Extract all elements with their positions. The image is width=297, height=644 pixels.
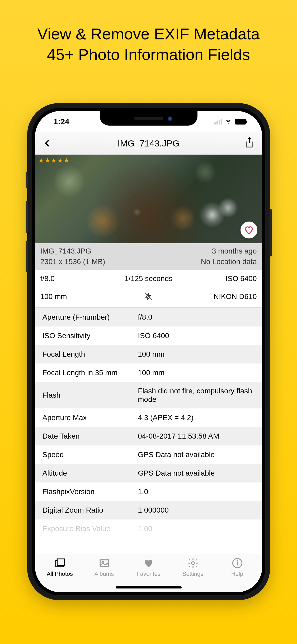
favorite-button[interactable] — [241, 222, 257, 238]
battery-icon — [235, 119, 246, 125]
exif-row: AltitudeGPS Data not available — [35, 464, 262, 482]
power-button — [270, 209, 272, 256]
exif-value: 1.0 — [138, 487, 254, 496]
exif-row: Exposure Bias Value1.00 — [35, 519, 262, 538]
exif-label: ISO Sensitivity — [43, 332, 138, 340]
svg-point-5 — [191, 562, 194, 565]
exif-list[interactable]: Aperture (F-number)f/8.0ISO SensitivityI… — [35, 308, 262, 538]
volume-up — [26, 201, 28, 233]
gear-icon — [187, 557, 199, 569]
tab-label: Albums — [95, 571, 114, 577]
tab-label: All Photos — [47, 571, 73, 577]
tab-info[interactable]: Help — [221, 557, 253, 592]
tab-label: Help — [231, 571, 243, 577]
exif-row: FlashpixVersion1.0 — [35, 482, 262, 501]
svg-rect-2 — [57, 559, 64, 565]
exif-row: ISO SensitivityISO 6400 — [35, 326, 262, 345]
exif-row: Focal Length100 mm — [35, 345, 262, 364]
volume-down — [26, 241, 28, 272]
exif-value: ISO 6400 — [138, 332, 254, 340]
exif-value: Flash did not fire, compulsory flash mod… — [138, 387, 254, 404]
exif-row: Date Taken04-08-2017 11:53:58 AM — [35, 427, 262, 445]
notch — [100, 111, 197, 126]
exif-label: FlashpixVersion — [43, 487, 138, 496]
exif-label: Digital Zoom Ratio — [43, 506, 138, 514]
photos-icon — [54, 557, 65, 569]
exif-label: Focal Length in 35 mm — [43, 369, 138, 377]
exif-value: f/8.0 — [138, 313, 254, 321]
quick-focal: 100 mm — [40, 292, 112, 303]
exif-value: 04-08-2017 11:53:58 AM — [138, 432, 254, 440]
tab-bar: All PhotosAlbumsFavoritesSettingsHelp — [35, 554, 262, 592]
exif-value: GPS Data not available — [138, 469, 254, 477]
tab-photos[interactable]: All Photos — [44, 557, 76, 592]
exif-value: 1.00 — [138, 525, 254, 533]
exif-label: Aperture (F-number) — [43, 313, 138, 321]
exif-value: 100 mm — [138, 369, 254, 377]
quick-iso: ISO 6400 — [185, 274, 257, 283]
exif-value: 1.000000 — [138, 506, 254, 514]
photo-preview[interactable]: ★★★★★ — [35, 155, 262, 243]
home-indicator[interactable] — [116, 586, 182, 588]
phone-frame: 1:24 IMG_7143.JPG — [27, 103, 270, 600]
quick-shutter: 1/125 seconds — [112, 274, 185, 283]
rating-stars: ★★★★★ — [38, 157, 70, 164]
status-time: 1:24 — [48, 117, 69, 126]
exif-label: Date Taken — [43, 432, 138, 440]
summary-dimensions: 2301 x 1536 (1 MB) — [40, 257, 105, 266]
exif-row: Focal Length in 35 mm100 mm — [35, 364, 262, 382]
summary-location: No Location data — [201, 257, 257, 266]
exif-value: GPS Data not available — [138, 450, 254, 459]
summary-filename: IMG_7143.JPG — [40, 247, 91, 255]
exif-row: Aperture (F-number)f/8.0 — [35, 308, 262, 326]
exif-row: Digital Zoom Ratio1.000000 — [35, 501, 262, 519]
exif-value: 4.3 (APEX = 4.2) — [138, 413, 254, 422]
cellular-signal-icon — [214, 119, 222, 125]
exif-label: Speed — [43, 450, 138, 459]
tab-albums[interactable]: Albums — [88, 557, 120, 592]
back-button[interactable] — [43, 136, 56, 151]
flash-off-icon — [112, 292, 185, 303]
summary-age: 3 months ago — [212, 247, 257, 255]
summary-bar: IMG_7143.JPG 3 months ago 2301 x 1536 (1… — [35, 243, 262, 270]
exif-row: FlashFlash did not fire, compulsory flas… — [35, 382, 262, 408]
exif-label: Exposure Bias Value — [43, 525, 138, 533]
exif-label: Altitude — [43, 469, 138, 477]
albums-icon — [99, 557, 110, 569]
exif-label: Focal Length — [43, 350, 138, 358]
mute-switch — [26, 172, 28, 188]
share-button[interactable] — [241, 137, 254, 150]
info-icon — [232, 557, 243, 569]
tab-label: Favorites — [136, 571, 160, 577]
wifi-icon — [225, 117, 232, 126]
promo-headline: View & Remove EXIF Metadata 45+ Photo In… — [0, 0, 297, 65]
nav-title: IMG_7143.JPG — [117, 138, 179, 149]
exif-row: SpeedGPS Data not available — [35, 445, 262, 464]
exif-value: 100 mm — [138, 350, 254, 358]
quick-camera: NIKON D610 — [185, 292, 257, 303]
exif-label: Aperture Max — [43, 413, 138, 422]
exif-row: Aperture Max4.3 (APEX = 4.2) — [35, 408, 262, 427]
quick-stats: f/8.0 1/125 seconds ISO 6400 100 mm NIKO… — [35, 270, 262, 308]
nav-bar: IMG_7143.JPG — [35, 132, 262, 155]
quick-aperture: f/8.0 — [40, 274, 112, 283]
tab-gear[interactable]: Settings — [177, 557, 209, 592]
photo-content — [35, 155, 262, 243]
promo-line-1: View & Remove EXIF Metadata — [0, 24, 297, 44]
exif-label: Flash — [43, 391, 138, 399]
svg-point-8 — [237, 560, 238, 561]
tab-label: Settings — [182, 571, 204, 577]
promo-line-2: 45+ Photo Information Fields — [0, 44, 297, 65]
heart-icon — [143, 557, 154, 569]
